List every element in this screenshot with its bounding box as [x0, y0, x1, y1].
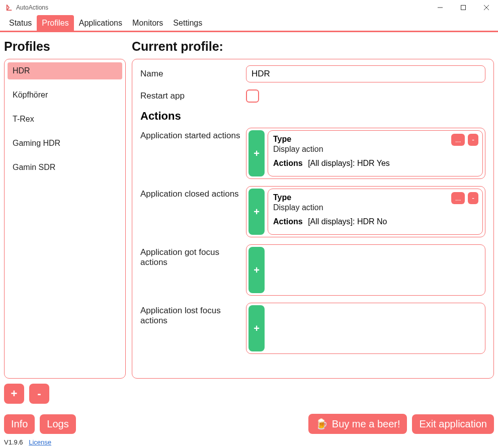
edit-action-button[interactable]: ...: [451, 134, 465, 146]
version-label: V1.9.6: [4, 438, 23, 446]
action-details-label: Actions: [273, 159, 303, 167]
action-details: Actions [All displays]: HDR No: [273, 217, 477, 226]
current-profile-heading: Current profile:: [132, 39, 494, 54]
action-group-label: Application closed actions: [140, 186, 246, 199]
action-group-label: Application started actions: [140, 128, 246, 141]
action-details-value: [All displays]: HDR Yes: [308, 159, 390, 167]
action-type-value: Display action: [273, 203, 477, 212]
action-group-label: Application got focus actions: [140, 244, 246, 267]
profile-item[interactable]: Gamin SDR: [8, 159, 122, 176]
edit-action-button[interactable]: ...: [451, 192, 465, 204]
action-type-value: Display action: [273, 145, 477, 154]
action-group-box: +: [246, 303, 485, 354]
profile-item[interactable]: HDR: [8, 62, 122, 79]
logs-button[interactable]: Logs: [40, 414, 75, 434]
profile-name-input[interactable]: [246, 65, 485, 82]
app-title: AutoActions: [16, 4, 48, 11]
action-details-value: [All displays]: HDR No: [308, 217, 387, 226]
tab-profiles[interactable]: Profiles: [37, 15, 73, 31]
tab-applications[interactable]: Applications: [74, 15, 127, 31]
window-controls: [429, 0, 498, 15]
action-details: Actions [All displays]: HDR Yes: [273, 159, 477, 168]
action-type-label: Type: [273, 193, 477, 202]
tab-monitors[interactable]: Monitors: [127, 15, 168, 31]
add-action-button[interactable]: +: [248, 189, 265, 235]
titlebar: AutoActions: [0, 0, 498, 15]
license-link[interactable]: License: [29, 438, 51, 446]
exit-button[interactable]: Exit application: [412, 414, 494, 434]
minimize-button[interactable]: [429, 0, 452, 15]
statusbar: V1.9.6 License: [4, 438, 51, 446]
beer-icon: 🍺: [315, 418, 328, 430]
action-group-box: + ... - Type Display action Actions [All…: [246, 128, 485, 179]
info-button[interactable]: Info: [4, 414, 35, 434]
remove-profile-button[interactable]: -: [29, 384, 49, 404]
action-card: ... - Type Display action Actions [All d…: [268, 189, 483, 235]
action-card: ... - Type Display action Actions [All d…: [268, 130, 483, 176]
restart-label: Restart app: [140, 91, 246, 101]
profile-item[interactable]: Gaming HDR: [8, 135, 122, 152]
action-group-label: Application lost focus actions: [140, 303, 246, 326]
restart-checkbox[interactable]: [246, 89, 259, 103]
tab-status[interactable]: Status: [4, 15, 37, 31]
profiles-heading: Profiles: [4, 39, 126, 54]
menubar: Status Profiles Applications Monitors Se…: [0, 15, 498, 32]
action-group-box: +: [246, 244, 485, 296]
actions-heading: Actions: [140, 110, 485, 123]
close-button[interactable]: [475, 0, 498, 15]
app-logo-icon: [5, 4, 13, 12]
action-group-box: + ... - Type Display action Actions [All…: [246, 186, 485, 237]
profiles-panel: HDR Köpfhörer T-Rex Gaming HDR Gamin SDR: [4, 59, 126, 379]
name-label: Name: [140, 69, 246, 79]
remove-action-button[interactable]: -: [468, 192, 478, 204]
add-profile-button[interactable]: +: [4, 384, 24, 404]
profile-item[interactable]: Köpfhörer: [8, 86, 122, 104]
tab-settings[interactable]: Settings: [168, 15, 207, 31]
add-action-button[interactable]: +: [248, 247, 265, 293]
buy-beer-button[interactable]: 🍺 Buy me a beer!: [308, 414, 407, 434]
action-details-label: Actions: [273, 217, 303, 226]
current-profile-panel: Name Restart app Actions Application sta…: [132, 59, 494, 379]
profile-item[interactable]: T-Rex: [8, 111, 122, 128]
add-action-button[interactable]: +: [248, 130, 265, 176]
svg-rect-2: [461, 6, 466, 10]
action-type-label: Type: [273, 135, 477, 144]
buy-beer-label: Buy me a beer!: [332, 418, 400, 430]
maximize-button[interactable]: [452, 0, 475, 15]
add-action-button[interactable]: +: [248, 305, 265, 351]
remove-action-button[interactable]: -: [468, 134, 478, 146]
